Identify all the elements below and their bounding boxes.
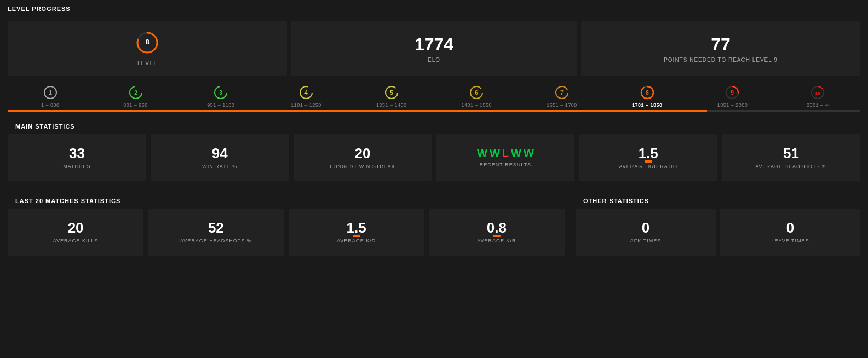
tick-range-2: 801 – 950 [123, 102, 148, 108]
svg-text:8: 8 [145, 38, 149, 46]
avg-kills-value: 20 [68, 221, 84, 235]
leave-times-card: 0 LEAVE TIMES [720, 209, 860, 256]
tick-range-5: 1251 – 1400 [376, 102, 407, 108]
elo-label: ELO [428, 57, 440, 63]
level-tick-3: 3 951 – 1100 [178, 85, 263, 110]
avg-kd-label: AVERAGE K/D RATIO [619, 164, 677, 169]
main-stats-cards: 33 MATCHES 94 WIN RATE % 20 LONGEST WIN … [8, 134, 860, 181]
progress-bar-container [8, 110, 860, 112]
avg-kr-value: 0.8 [487, 221, 507, 235]
progress-bar-fill [8, 110, 707, 112]
last20-cards: 20 AVERAGE KILLS 52 AVERAGE HEADSHOTS % … [8, 209, 565, 256]
level-ticks-row: 1 1 – 800 2 801 – 950 3 951 – 1100 4 [0, 80, 868, 110]
level-tick-2: 2 801 – 950 [93, 85, 179, 110]
kd-bar [645, 160, 652, 163]
tick-range-7: 1551 – 1700 [547, 102, 577, 108]
matches-card: 33 MATCHES [8, 134, 146, 181]
points-value: 77 [711, 34, 731, 55]
last20-section: LAST 20 MATCHES STATISTICS 20 AVERAGE KI… [8, 192, 565, 256]
recent-results-label: RECENT RESULTS [480, 162, 531, 168]
last20-title: LAST 20 MATCHES STATISTICS [8, 192, 565, 209]
avg-kd-card: 1.5 AVERAGE K/D RATIO [579, 134, 717, 181]
svg-text:5: 5 [390, 90, 393, 96]
leave-times-value: 0 [786, 221, 794, 235]
elo-value: 1774 [415, 34, 453, 55]
result-4: W [511, 148, 521, 159]
svg-text:4: 4 [304, 90, 308, 96]
svg-text:10: 10 [815, 91, 820, 96]
main-statistics-title: MAIN STATISTICS [8, 118, 860, 134]
tick-range-6: 1401 – 1550 [462, 102, 492, 108]
avg-kr-label: AVERAGE K/R [477, 238, 516, 244]
win-streak-label: LONGEST WIN STREAK [330, 164, 395, 169]
recent-results-card: W W L W W RECENT RESULTS [436, 134, 574, 181]
tick-range-8: 1701 – 1850 [632, 102, 663, 108]
avg-hs-label: AVERAGE HEADSHOTS % [755, 164, 827, 169]
points-label: POINTS NEEDED TO REACH LEVEL 9 [664, 57, 778, 63]
level-top-cards: 8 LEVEL 1774 ELO 77 POINTS NEEDED TO REA… [0, 16, 868, 80]
win-streak-card: 20 LONGEST WIN STREAK [294, 134, 432, 181]
recent-results-values: W W L W W [477, 148, 534, 159]
avg-hs-card: 51 AVERAGE HEADSHOTS % [722, 134, 860, 181]
level-tick-5: 5 1251 – 1400 [349, 85, 434, 110]
level-tick-7: 7 1551 – 1700 [519, 85, 605, 110]
avg-hs-last20-label: AVERAGE HEADSHOTS % [180, 238, 252, 244]
leave-times-label: LEAVE TIMES [771, 238, 809, 244]
level-card: 8 LEVEL [8, 21, 287, 76]
matches-label: MATCHES [63, 164, 90, 169]
result-5: W [524, 148, 534, 159]
result-2: W [490, 148, 500, 159]
level-tick-1: 1 1 – 800 [8, 85, 93, 110]
win-rate-value: 94 [212, 146, 228, 160]
avg-kd-value: 1.5 [639, 146, 658, 160]
avg-kd-last20-value: 1.5 [347, 221, 366, 235]
other-statistics-title: OTHER STATISTICS [576, 192, 860, 209]
points-needed-card: 77 POINTS NEEDED TO REACH LEVEL 9 [581, 21, 860, 76]
svg-text:7: 7 [560, 90, 564, 96]
svg-text:9: 9 [731, 90, 734, 96]
level-progress-section: LEVEL PROGRESS 8 LEVEL 1774 ELO 77 POINT… [0, 0, 868, 112]
kr-bar [493, 235, 501, 237]
level-progress-title: LEVEL PROGRESS [0, 0, 868, 16]
tick-range-10: 2001 – ∞ [807, 102, 829, 108]
win-streak-value: 20 [355, 146, 371, 160]
tick-range-9: 1851 – 2000 [717, 102, 748, 108]
main-statistics-section: MAIN STATISTICS 33 MATCHES 94 WIN RATE %… [0, 112, 868, 187]
svg-text:3: 3 [219, 90, 222, 96]
tick-range-4: 1101 – 1250 [291, 102, 321, 108]
avg-hs-last20-card: 52 AVERAGE HEADSHOTS % [148, 209, 284, 256]
svg-text:2: 2 [134, 90, 137, 96]
win-rate-card: 94 WIN RATE % [151, 134, 289, 181]
result-3: L [502, 148, 509, 159]
svg-text:1: 1 [49, 90, 52, 96]
afk-times-value: 0 [642, 221, 649, 235]
elo-card: 1774 ELO [291, 21, 577, 76]
other-statistics-section: OTHER STATISTICS 0 AFK TIMES 0 LEAVE TIM… [576, 192, 860, 256]
tick-range-3: 951 – 1100 [207, 102, 234, 108]
level-gauge: 8 [135, 31, 159, 55]
other-stats-cards: 0 AFK TIMES 0 LEAVE TIMES [576, 209, 860, 256]
matches-value: 33 [69, 146, 85, 160]
svg-text:6: 6 [475, 90, 479, 96]
avg-kd-last20-card: 1.5 AVERAGE K/D [289, 209, 424, 256]
level-tick-10: 10 2001 – ∞ [775, 85, 860, 110]
level-label: LEVEL [137, 60, 157, 66]
level-tick-4: 4 1101 – 1250 [263, 85, 349, 110]
svg-text:8: 8 [646, 90, 649, 96]
tick-range-1: 1 – 800 [41, 102, 60, 108]
afk-times-card: 0 AFK TIMES [576, 209, 716, 256]
win-rate-label: WIN RATE % [202, 164, 237, 169]
kd-bar-last20 [353, 235, 360, 237]
result-1: W [477, 148, 487, 159]
afk-times-label: AFK TIMES [630, 238, 661, 244]
level-tick-9: 9 1851 – 2000 [690, 85, 775, 110]
avg-hs-value: 51 [783, 146, 799, 160]
level-tick-8: 8 1701 – 1850 [605, 85, 690, 110]
bottom-row: LAST 20 MATCHES STATISTICS 20 AVERAGE KI… [0, 187, 868, 261]
level-tick-6: 6 1401 – 1550 [434, 85, 520, 110]
avg-kills-card: 20 AVERAGE KILLS [8, 209, 143, 256]
avg-hs-last20-value: 52 [208, 221, 224, 235]
avg-kd-last20-label: AVERAGE K/D [337, 238, 376, 244]
avg-kills-label: AVERAGE KILLS [53, 238, 99, 244]
avg-kr-card: 0.8 AVERAGE K/R [429, 209, 565, 256]
